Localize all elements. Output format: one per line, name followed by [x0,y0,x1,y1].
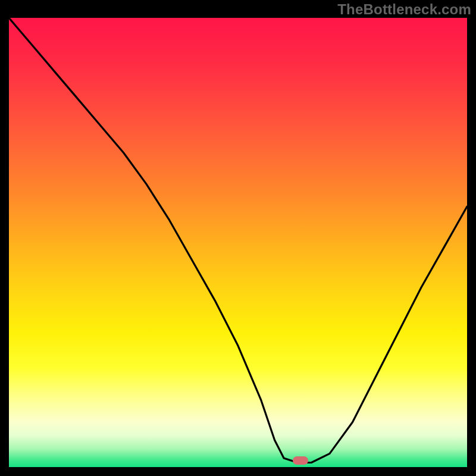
optimal-marker [293,456,308,465]
chart-frame: TheBottleneck.com [0,0,476,476]
bottleneck-curve [9,18,467,467]
watermark-text: TheBottleneck.com [337,1,471,18]
plot-area [9,18,467,467]
